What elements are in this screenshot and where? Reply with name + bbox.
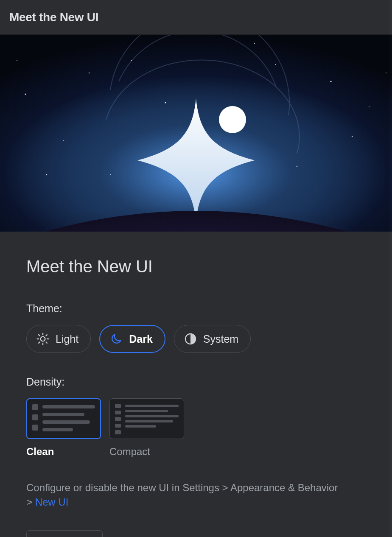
- density-clean-card: Clean: [26, 398, 101, 458]
- theme-label: Theme:: [26, 302, 366, 315]
- svg-point-6: [352, 136, 353, 137]
- scrollbar[interactable]: [389, 0, 392, 537]
- svg-point-4: [89, 73, 90, 73]
- svg-point-12: [386, 73, 386, 73]
- header-title: Meet the New UI: [9, 11, 98, 24]
- svg-point-8: [165, 102, 166, 103]
- density-options: Clean Compact: [26, 398, 366, 458]
- svg-point-15: [131, 60, 132, 61]
- theme-system-label: System: [203, 333, 238, 345]
- moon-icon: [219, 106, 246, 133]
- svg-point-11: [17, 60, 17, 61]
- theme-dark-label: Dark: [129, 333, 153, 345]
- svg-point-14: [275, 64, 276, 65]
- svg-line-24: [46, 342, 47, 343]
- svg-point-5: [330, 81, 331, 82]
- header-bar: Meet the New UI: [0, 0, 392, 35]
- theme-options: Light Dark System: [26, 325, 366, 353]
- svg-point-18: [41, 337, 45, 341]
- theme-light-button[interactable]: Light: [26, 325, 91, 353]
- new-ui-link[interactable]: New UI: [35, 496, 69, 508]
- svg-line-23: [39, 335, 39, 336]
- main-title: Meet the New UI: [26, 257, 366, 276]
- svg-line-26: [46, 335, 47, 336]
- sun-icon: [36, 332, 50, 346]
- density-compact-label: Compact: [109, 446, 184, 458]
- moon-icon: [109, 332, 123, 346]
- density-label: Density:: [26, 376, 366, 388]
- svg-point-9: [63, 140, 64, 141]
- svg-point-10: [369, 106, 370, 107]
- contrast-icon: [184, 332, 197, 346]
- theme-light-label: Light: [56, 333, 78, 345]
- theme-system-button[interactable]: System: [174, 325, 251, 353]
- svg-point-2: [25, 94, 26, 95]
- finish-setup-button[interactable]: Finish Setup: [26, 530, 103, 537]
- svg-point-16: [254, 43, 255, 44]
- theme-dark-button[interactable]: Dark: [99, 325, 165, 353]
- svg-line-25: [39, 342, 39, 343]
- helper-text: Configure or disable the new UI in Setti…: [26, 481, 340, 509]
- hero-illustration: [0, 35, 392, 232]
- density-compact-tile[interactable]: [109, 398, 184, 439]
- density-compact-card: Compact: [109, 398, 184, 458]
- helper-prefix: Configure or disable the new UI in Setti…: [26, 482, 338, 508]
- density-clean-tile[interactable]: [26, 398, 101, 439]
- density-clean-label: Clean: [26, 446, 101, 458]
